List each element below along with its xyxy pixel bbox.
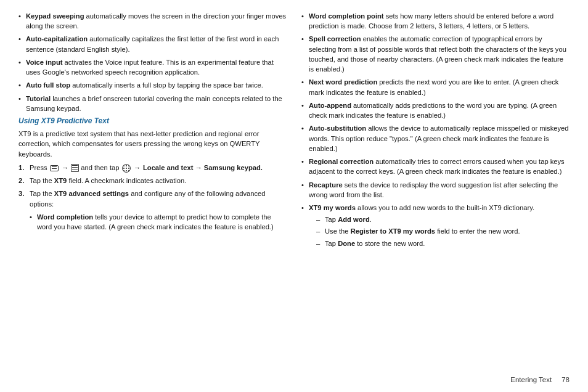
list-item: Keypad sweeping automatically moves the … [18, 11, 287, 31]
list-item: Auto-substitution allows the device to a… [301, 123, 570, 153]
step-num: 3. [18, 189, 24, 198]
intro-text: XT9 is a predictive text system that has… [18, 129, 287, 159]
arrow-icon: → [62, 163, 68, 173]
settings-icon [122, 164, 131, 173]
list-item: Auto-capitalization automatically capita… [18, 34, 287, 54]
xt9-sub-list: Tap Add word. Use the Register to XT9 my… [316, 214, 570, 248]
list-item: 2. Tap the XT9 field. A checkmark indica… [18, 176, 287, 186]
left-column: Keypad sweeping automatically moves the … [18, 11, 287, 370]
page-footer: Entering Text 78 [18, 374, 570, 383]
footer-entering-text: Entering Text [510, 376, 552, 383]
list-item: Auto full stop automatically inserts a f… [18, 80, 287, 90]
list-item: Next word prediction predicts the next w… [301, 77, 570, 97]
list-item: Regional correction automatically tries … [301, 157, 570, 176]
steps-list: 1. Press → and then tap → Locale and tex… [18, 163, 287, 232]
list-item: Auto-append automatically adds predictio… [301, 100, 570, 120]
step-num: 2. [18, 176, 24, 186]
list-item: 1. Press → and then tap → Locale and tex… [18, 163, 287, 173]
list-item: Tap Add word. [316, 214, 570, 224]
list-item: Word completion tells your device to att… [30, 212, 287, 232]
list-item: Word completion point sets how many lett… [301, 11, 570, 31]
step3-bullets: Word completion tells your device to att… [30, 212, 287, 232]
right-column: Word completion point sets how many lett… [301, 11, 570, 370]
list-item: Use the Register to XT9 my words field t… [316, 226, 570, 236]
content-columns: Keypad sweeping automatically moves the … [18, 11, 570, 370]
menu-icon [50, 165, 59, 171]
list-item: Tutorial launches a brief onscreen tutor… [18, 94, 287, 113]
section-heading: Using XT9 Predictive Text [18, 116, 287, 125]
list-item: Tap Done to store the new word. [316, 239, 570, 248]
footer-page-number: 78 [561, 376, 570, 383]
right-bullet-list: Word completion point sets how many lett… [301, 11, 570, 248]
arrow-icon: → [134, 163, 141, 173]
list-item: XT9 my words allows you to add new words… [301, 203, 570, 248]
list-item: Spell correction enables the automatic c… [301, 34, 570, 74]
list-item: Recapture sets the device to redisplay t… [301, 180, 570, 200]
step-num: 1. [18, 163, 24, 173]
left-bullet-list: Keypad sweeping automatically moves the … [18, 11, 287, 113]
list-item: 3. Tap the XT9 advanced settings and con… [18, 189, 287, 232]
page-container: Keypad sweeping automatically moves the … [0, 0, 588, 392]
list-item: Voice input activates the Voice input fe… [18, 57, 287, 77]
